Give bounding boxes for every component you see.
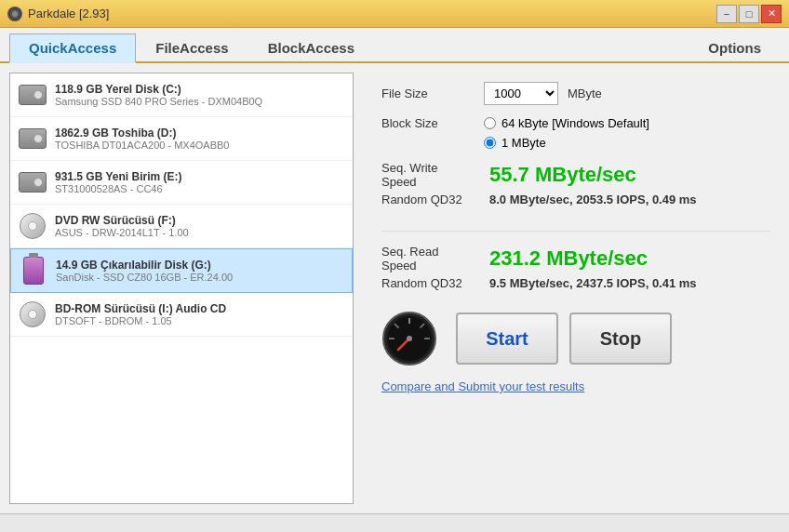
random-read-row: Random QD32 9.5 MByte/sec, 2437.5 IOPS, … bbox=[381, 276, 770, 290]
file-size-row: File Size 100 500 1000 2000 4000 MByte bbox=[381, 82, 770, 105]
block-size-1mb-radio[interactable] bbox=[484, 137, 496, 149]
action-area: Start Stop bbox=[381, 311, 770, 374]
content-area: 118.9 GB Yerel Disk (C:) Samsung SSD 840… bbox=[0, 63, 789, 513]
close-button[interactable]: ✕ bbox=[761, 5, 782, 23]
block-size-1mb-label: 1 MByte bbox=[501, 136, 546, 150]
tab-options[interactable]: Options bbox=[689, 34, 780, 61]
disk-text-c: 118.9 GB Yerel Disk (C:) Samsung SSD 840… bbox=[55, 83, 262, 107]
results-divider bbox=[381, 231, 770, 232]
action-buttons: Start Stop bbox=[456, 313, 672, 365]
block-size-options: 64 kByte [Windows Default] 1 MByte bbox=[484, 116, 649, 150]
seq-read-label: Seq. Read Speed bbox=[381, 245, 475, 273]
random-read-value: 9.5 MByte/sec, 2437.5 IOPS, 0.41 ms bbox=[489, 276, 697, 290]
disk-model-i: DTSOFT - BDROM - 1.05 bbox=[55, 315, 226, 326]
hdd-icon-e bbox=[19, 172, 47, 193]
stop-button[interactable]: Stop bbox=[569, 313, 672, 365]
block-size-1mb-option[interactable]: 1 MByte bbox=[484, 136, 649, 150]
results-area: Seq. Write Speed 55.7 MByte/sec Random Q… bbox=[381, 161, 770, 301]
disk-model-f: ASUS - DRW-2014L1T - 1.00 bbox=[55, 227, 189, 238]
main-window: QuickAccess FileAccess BlockAccess Optio… bbox=[0, 28, 789, 532]
dvd-icon-i bbox=[20, 301, 46, 327]
hdd-icon-d bbox=[19, 128, 47, 149]
title-bar-left: Parkdale [2.93] bbox=[7, 7, 109, 21]
block-size-64kb-label: 64 kByte [Windows Default] bbox=[501, 116, 649, 130]
right-panel: File Size 100 500 1000 2000 4000 MByte B… bbox=[363, 73, 780, 504]
disk-icon-i bbox=[18, 299, 47, 329]
maximize-button[interactable]: □ bbox=[739, 5, 759, 23]
start-button[interactable]: Start bbox=[456, 313, 558, 365]
random-write-label: Random QD32 bbox=[381, 193, 475, 206]
disk-model-e: ST31000528AS - CC46 bbox=[55, 183, 182, 194]
tab-block-access[interactable]: BlockAccess bbox=[248, 33, 374, 61]
disk-name-e: 931.5 GB Yeni Birim (E:) bbox=[55, 170, 182, 183]
disk-model-c: Samsung SSD 840 PRO Series - DXM04B0Q bbox=[55, 96, 262, 107]
disk-item-g[interactable]: 14.9 GB Çıkarılabilir Disk (G:) SanDisk … bbox=[10, 248, 353, 293]
disk-text-f: DVD RW Sürücüsü (F:) ASUS - DRW-2014L1T … bbox=[55, 214, 189, 238]
disk-list-panel: 118.9 GB Yerel Disk (C:) Samsung SSD 840… bbox=[9, 73, 354, 504]
speedometer-icon bbox=[381, 311, 437, 366]
hdd-icon bbox=[19, 85, 47, 105]
disk-icon-e bbox=[18, 167, 47, 197]
minimize-button[interactable]: − bbox=[716, 5, 737, 23]
usb-icon-g bbox=[23, 257, 44, 285]
seq-write-row: Seq. Write Speed 55.7 MByte/sec bbox=[381, 161, 770, 189]
app-icon bbox=[7, 7, 22, 21]
compare-link[interactable]: Compare and Submit your test results bbox=[381, 379, 770, 393]
block-size-row: Block Size 64 kByte [Windows Default] 1 … bbox=[381, 116, 770, 150]
disk-name-c: 118.9 GB Yerel Disk (C:) bbox=[55, 83, 262, 96]
disk-item-e[interactable]: 931.5 GB Yeni Birim (E:) ST31000528AS - … bbox=[10, 161, 353, 205]
file-size-label: File Size bbox=[381, 86, 475, 100]
window-controls[interactable]: − □ ✕ bbox=[716, 5, 782, 23]
file-size-unit: MByte bbox=[568, 86, 602, 100]
svg-point-5 bbox=[407, 336, 412, 341]
window-title: Parkdale [2.93] bbox=[28, 7, 109, 20]
block-size-64kb-radio[interactable] bbox=[484, 117, 496, 129]
random-write-row: Random QD32 8.0 MByte/sec, 2053.5 IOPS, … bbox=[381, 193, 770, 206]
disk-text-d: 1862.9 GB Toshiba (D:) TOSHIBA DT01ACA20… bbox=[55, 126, 229, 151]
block-size-label: Block Size bbox=[381, 116, 475, 130]
nav-tabs: QuickAccess FileAccess BlockAccess Optio… bbox=[0, 28, 789, 63]
disk-icon-g bbox=[19, 256, 48, 286]
status-bar bbox=[0, 513, 789, 532]
block-size-64kb-option[interactable]: 64 kByte [Windows Default] bbox=[484, 116, 649, 130]
file-size-select[interactable]: 100 500 1000 2000 4000 bbox=[484, 82, 558, 105]
dvd-icon-f bbox=[20, 213, 46, 239]
seq-read-value: 231.2 MByte/sec bbox=[489, 246, 648, 271]
disk-model-g: SanDisk - SSD CZ80 16GB - ER.24.00 bbox=[56, 272, 233, 283]
disk-item-d[interactable]: 1862.9 GB Toshiba (D:) TOSHIBA DT01ACA20… bbox=[10, 117, 353, 161]
random-read-label: Random QD32 bbox=[381, 276, 475, 290]
seq-write-value: 55.7 MByte/sec bbox=[489, 163, 636, 187]
disk-item-f[interactable]: DVD RW Sürücüsü (F:) ASUS - DRW-2014L1T … bbox=[10, 205, 353, 248]
random-write-value: 8.0 MByte/sec, 2053.5 IOPS, 0.49 ms bbox=[489, 193, 697, 206]
disk-icon-c bbox=[18, 80, 47, 110]
disk-name-i: BD-ROM Sürücüsü (I:) Audio CD bbox=[55, 302, 226, 315]
disk-name-d: 1862.9 GB Toshiba (D:) bbox=[55, 126, 229, 140]
title-bar: Parkdale [2.93] − □ ✕ bbox=[0, 0, 789, 28]
disk-text-i: BD-ROM Sürücüsü (I:) Audio CD DTSOFT - B… bbox=[55, 302, 226, 326]
disk-name-f: DVD RW Sürücüsü (F:) bbox=[55, 214, 189, 227]
disk-text-g: 14.9 GB Çıkarılabilir Disk (G:) SanDisk … bbox=[56, 259, 233, 283]
seq-read-row: Seq. Read Speed 231.2 MByte/sec bbox=[381, 245, 770, 273]
disk-icon-f bbox=[18, 211, 47, 241]
disk-item-i[interactable]: BD-ROM Sürücüsü (I:) Audio CD DTSOFT - B… bbox=[10, 293, 353, 337]
seq-write-label: Seq. Write Speed bbox=[381, 161, 475, 189]
disk-icon-d bbox=[18, 124, 47, 153]
tab-file-access[interactable]: FileAccess bbox=[136, 33, 247, 61]
svg-point-1 bbox=[12, 11, 18, 17]
disk-model-d: TOSHIBA DT01ACA200 - MX4OABB0 bbox=[55, 140, 229, 151]
disk-name-g: 14.9 GB Çıkarılabilir Disk (G:) bbox=[56, 259, 233, 272]
tab-quick-access[interactable]: QuickAccess bbox=[9, 33, 136, 63]
disk-text-e: 931.5 GB Yeni Birim (E:) ST31000528AS - … bbox=[55, 170, 182, 194]
disk-item-c[interactable]: 118.9 GB Yerel Disk (C:) Samsung SSD 840… bbox=[10, 73, 353, 117]
